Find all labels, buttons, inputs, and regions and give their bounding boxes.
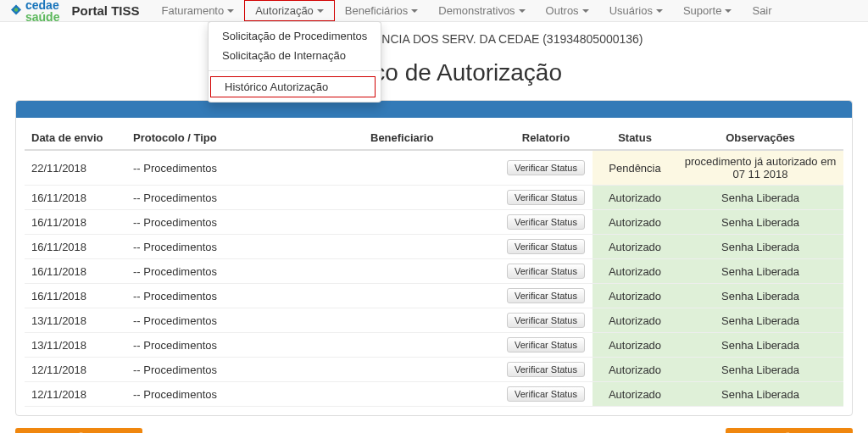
dropdown-divider xyxy=(209,70,381,71)
verify-status-button[interactable]: Verificar Status xyxy=(507,288,585,303)
cell-beneficiario xyxy=(364,186,499,210)
cell-observacoes: Senha Liberada xyxy=(677,186,843,210)
cell-beneficiario xyxy=(364,358,499,382)
nav-usuarios-label: Usuários xyxy=(609,4,653,17)
verify-status-button[interactable]: Verificar Status xyxy=(507,337,585,353)
cell-observacoes: Senha Liberada xyxy=(677,333,843,358)
nav-outros[interactable]: Outros xyxy=(536,0,599,21)
cell-relatorio: Verificar Status xyxy=(499,358,593,382)
table-row: 12/11/2018-- ProcedimentosVerificar Stat… xyxy=(25,358,843,382)
logo-saude: saúde xyxy=(25,11,59,23)
th-status: Status xyxy=(593,126,677,150)
svg-point-0 xyxy=(14,8,19,12)
logo-text: cedae saúde xyxy=(25,0,59,23)
dropdown-solic-internacao[interactable]: Solicitação de Internação xyxy=(209,46,381,65)
verify-status-button[interactable]: Verificar Status xyxy=(507,313,585,328)
cell-beneficiario xyxy=(364,150,499,186)
cell-protocolo-tipo: -- Procedimentos xyxy=(126,382,364,407)
table-row: 16/11/2018-- ProcedimentosVerificar Stat… xyxy=(25,235,843,259)
table-body: 22/11/2018-- ProcedimentosVerificar Stat… xyxy=(25,150,843,407)
th-relatorio: Relatorio xyxy=(499,126,593,150)
cell-status: Pendência xyxy=(593,150,677,186)
caret-icon xyxy=(656,9,663,13)
table-row: 12/11/2018-- ProcedimentosVerificar Stat… xyxy=(25,382,843,407)
nav-beneficiarios[interactable]: Beneficiários xyxy=(335,0,428,21)
verify-status-button[interactable]: Verificar Status xyxy=(507,386,585,402)
caret-icon xyxy=(519,9,526,13)
table-row: 16/11/2018-- ProcedimentosVerificar Stat… xyxy=(25,210,843,235)
cell-relatorio: Verificar Status xyxy=(499,382,593,407)
cell-status: Autorizado xyxy=(593,382,677,407)
cell-protocolo-tipo: -- Procedimentos xyxy=(126,284,364,308)
dropdown-historico-autorizacao[interactable]: Histórico Autorização xyxy=(210,76,376,97)
cell-relatorio: Verificar Status xyxy=(499,308,593,333)
th-protocolo-tipo: Protocolo / Tipo xyxy=(126,126,364,150)
nav-autorizacao[interactable]: Autorização xyxy=(244,0,335,21)
cell-data-envio: 16/11/2018 xyxy=(25,284,126,308)
cell-relatorio: Verificar Status xyxy=(499,259,593,284)
verify-status-button[interactable]: Verificar Status xyxy=(507,239,585,254)
nav-outros-label: Outros xyxy=(546,4,579,17)
cell-data-envio: 16/11/2018 xyxy=(25,210,126,235)
nav-suporte[interactable]: Suporte xyxy=(673,0,743,21)
cell-beneficiario xyxy=(364,284,499,308)
cell-status: Autorizado xyxy=(593,235,677,259)
nav-usuarios[interactable]: Usuários xyxy=(599,0,673,21)
navbar: cedae saúde Portal TISS Faturamento Auto… xyxy=(0,0,868,22)
cell-data-envio: 12/11/2018 xyxy=(25,382,126,407)
cell-status: Autorizado xyxy=(593,186,677,210)
cell-beneficiario xyxy=(364,235,499,259)
cell-data-envio: 16/11/2018 xyxy=(25,235,126,259)
nav-sair[interactable]: Sair xyxy=(742,0,782,21)
cell-beneficiario xyxy=(364,382,499,407)
next-button[interactable]: ❯ xyxy=(726,428,853,433)
cell-protocolo-tipo: -- Procedimentos xyxy=(126,333,364,358)
cell-data-envio: 16/11/2018 xyxy=(25,259,126,284)
history-table: Data de envio Protocolo / Tipo Beneficia… xyxy=(25,126,843,407)
verify-status-button[interactable]: Verificar Status xyxy=(507,214,585,230)
nav-beneficiarios-label: Beneficiários xyxy=(345,4,408,17)
cell-status: Autorizado xyxy=(593,284,677,308)
cell-observacoes: Senha Liberada xyxy=(677,259,843,284)
verify-status-button[interactable]: Verificar Status xyxy=(507,264,585,279)
cell-protocolo-tipo: -- Procedimentos xyxy=(126,150,364,186)
cell-status: Autorizado xyxy=(593,308,677,333)
nav-demonstrativos[interactable]: Demonstrativos xyxy=(428,0,535,21)
dropdown-solic-procedimentos[interactable]: Solicitação de Procedimentos xyxy=(209,26,381,46)
nav-sair-label: Sair xyxy=(752,4,771,17)
verify-status-button[interactable]: Verificar Status xyxy=(507,160,585,175)
cell-protocolo-tipo: -- Procedimentos xyxy=(126,210,364,235)
nav-suporte-label: Suporte xyxy=(683,4,722,17)
caret-icon xyxy=(227,9,234,13)
cell-observacoes: Senha Liberada xyxy=(677,382,843,407)
th-observacoes: Observações xyxy=(677,126,843,150)
nav-faturamento[interactable]: Faturamento xyxy=(152,0,245,21)
cell-relatorio: Verificar Status xyxy=(499,284,593,308)
panel-body: Data de envio Protocolo / Tipo Beneficia… xyxy=(16,118,852,415)
nav-faturamento-label: Faturamento xyxy=(162,4,225,17)
cell-protocolo-tipo: -- Procedimentos xyxy=(126,259,364,284)
cell-relatorio: Verificar Status xyxy=(499,186,593,210)
verify-status-button[interactable]: Verificar Status xyxy=(507,362,585,377)
nav-items: Faturamento Autorização Beneficiários De… xyxy=(152,0,782,21)
caret-icon xyxy=(582,9,589,13)
autorizacao-dropdown: Solicitação de Procedimentos Solicitação… xyxy=(208,21,381,103)
table-row: 13/11/2018-- ProcedimentosVerificar Stat… xyxy=(25,333,843,358)
cell-relatorio: Verificar Status xyxy=(499,210,593,235)
cell-observacoes: Senha Liberada xyxy=(677,308,843,333)
caret-icon xyxy=(725,9,732,13)
panel: Data de envio Protocolo / Tipo Beneficia… xyxy=(15,100,853,416)
page-title: Histórico de Autorização xyxy=(0,59,868,86)
cell-protocolo-tipo: -- Procedimentos xyxy=(126,308,364,333)
nav-autorizacao-label: Autorização xyxy=(255,4,314,17)
logo: cedae saúde xyxy=(8,0,59,23)
table-header-row: Data de envio Protocolo / Tipo Beneficia… xyxy=(25,126,843,150)
cell-data-envio: 13/11/2018 xyxy=(25,333,126,358)
th-beneficiario: Beneficiario xyxy=(364,126,499,150)
table-row: 16/11/2018-- ProcedimentosVerificar Stat… xyxy=(25,186,843,210)
cell-protocolo-tipo: -- Procedimentos xyxy=(126,358,364,382)
prev-button[interactable]: ❮ xyxy=(15,428,142,433)
verify-status-button[interactable]: Verificar Status xyxy=(507,190,585,205)
cell-protocolo-tipo: -- Procedimentos xyxy=(126,186,364,210)
cell-beneficiario xyxy=(364,333,499,358)
